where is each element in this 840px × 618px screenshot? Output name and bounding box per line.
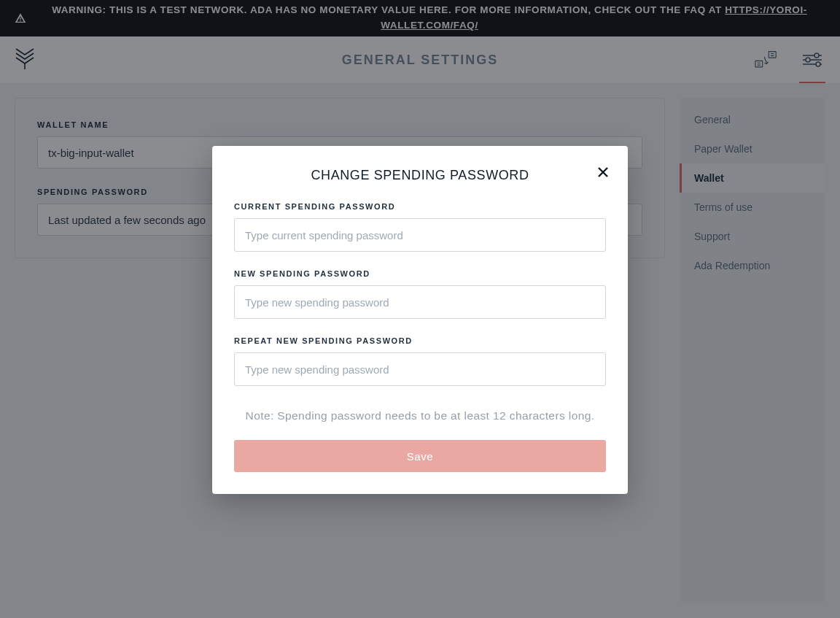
new-password-label: NEW SPENDING PASSWORD: [234, 269, 606, 278]
password-length-note: Note: Spending password needs to be at l…: [234, 409, 606, 422]
current-password-input[interactable]: [234, 218, 606, 252]
new-password-input[interactable]: [234, 285, 606, 319]
save-button[interactable]: Save: [234, 440, 606, 472]
close-icon[interactable]: [594, 163, 612, 181]
change-spending-password-modal: CHANGE SPENDING PASSWORD CURRENT SPENDIN…: [212, 146, 628, 494]
modal-title: CHANGE SPENDING PASSWORD: [234, 168, 606, 183]
repeat-password-label: REPEAT NEW SPENDING PASSWORD: [234, 336, 606, 345]
modal-overlay[interactable]: CHANGE SPENDING PASSWORD CURRENT SPENDIN…: [0, 0, 840, 618]
repeat-password-input[interactable]: [234, 352, 606, 386]
current-password-label: CURRENT SPENDING PASSWORD: [234, 202, 606, 211]
